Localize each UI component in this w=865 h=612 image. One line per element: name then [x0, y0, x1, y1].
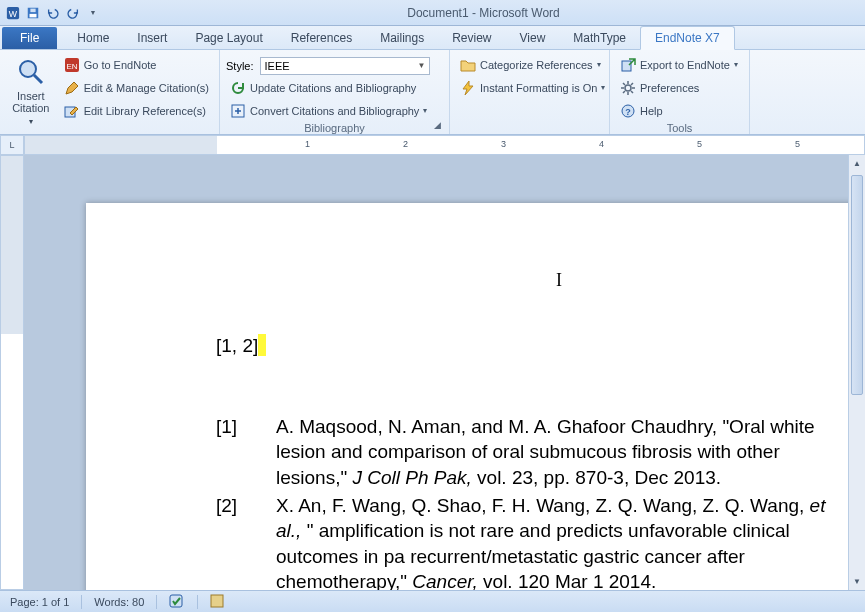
- reference-text: X. An, F. Wang, Q. Shao, F. H. Wang, Z. …: [276, 493, 856, 590]
- refresh-icon: [230, 80, 246, 96]
- tab-review[interactable]: Review: [438, 27, 505, 49]
- qat-dropdown-icon[interactable]: ▼: [84, 4, 102, 22]
- bibliography-launcher-icon[interactable]: ◢: [434, 120, 446, 132]
- status-bar: Page: 1 of 1 Words: 80: [0, 590, 865, 612]
- svg-text:EN: EN: [66, 62, 77, 71]
- tab-mailings[interactable]: Mailings: [366, 27, 438, 49]
- export-to-endnote-button[interactable]: Export to EndNote▾: [616, 54, 743, 75]
- tab-endnote-x7[interactable]: EndNote X7: [640, 26, 735, 50]
- instant-formatting-button[interactable]: Instant Formatting is On▾: [456, 77, 603, 98]
- title-bar: W ▼ Document1 - Microsoft Word: [0, 0, 865, 26]
- svg-rect-16: [211, 595, 223, 607]
- svg-line-6: [34, 75, 42, 83]
- reference-number: [2]: [216, 493, 276, 590]
- reference-number: [1]: [216, 414, 276, 491]
- style-value: IEEE: [265, 60, 290, 72]
- reference-item: [2] X. An, F. Wang, Q. Shao, F. H. Wang,…: [216, 493, 856, 590]
- tab-mathtype[interactable]: MathType: [559, 27, 640, 49]
- preferences-button[interactable]: Preferences: [616, 77, 743, 98]
- svg-point-12: [625, 85, 631, 91]
- insert-citation-label: Insert Citation ▾: [12, 90, 50, 128]
- text-cursor-icon: I: [556, 268, 562, 292]
- dropdown-arrow-icon: ▼: [418, 61, 429, 70]
- endnote-icon: EN: [64, 57, 80, 73]
- svg-rect-11: [622, 61, 631, 71]
- edit-manage-citations-button[interactable]: Edit & Manage Citation(s): [60, 77, 213, 98]
- group-instant: Categorize References▾ Instant Formattin…: [450, 50, 610, 134]
- convert-icon: [230, 103, 246, 119]
- go-to-endnote-button[interactable]: ENGo to EndNote: [60, 54, 213, 75]
- reference-text: A. Maqsood, N. Aman, and M. A. Ghafoor C…: [276, 414, 856, 491]
- vertical-ruler[interactable]: [0, 155, 24, 590]
- document-area[interactable]: [1, 2] [1] A. Maqsood, N. Aman, and M. A…: [24, 155, 865, 590]
- svg-rect-3: [30, 13, 37, 17]
- group-citations: Insert Citation ▾ ENGo to EndNote Edit &…: [0, 50, 220, 134]
- save-icon[interactable]: [24, 4, 42, 22]
- svg-text:?: ?: [625, 107, 631, 117]
- tab-view[interactable]: View: [506, 27, 560, 49]
- categorize-references-button[interactable]: Categorize References▾: [456, 54, 603, 75]
- svg-point-5: [20, 61, 36, 77]
- status-divider: [156, 595, 157, 609]
- insert-citation-button[interactable]: Insert Citation ▾: [6, 52, 56, 132]
- status-divider: [81, 595, 82, 609]
- help-button[interactable]: ?Help: [616, 100, 743, 121]
- style-label: Style:: [226, 60, 254, 72]
- horizontal-ruler[interactable]: 1 2 3 4 5 5: [24, 135, 865, 155]
- inline-citation-line: [1, 2]: [216, 333, 856, 359]
- status-divider: [197, 595, 198, 609]
- tab-page-layout[interactable]: Page Layout: [181, 27, 276, 49]
- insertion-highlight: [258, 334, 266, 356]
- svg-rect-15: [170, 595, 182, 607]
- pencil-icon: [64, 80, 80, 96]
- tab-references[interactable]: References: [277, 27, 366, 49]
- update-citations-button[interactable]: Update Citations and Bibliography: [226, 77, 443, 98]
- export-icon: [620, 57, 636, 73]
- status-proofing-icon[interactable]: [165, 594, 189, 610]
- undo-icon[interactable]: [44, 4, 62, 22]
- status-macro-icon[interactable]: [206, 594, 228, 610]
- status-words[interactable]: Words: 80: [90, 596, 148, 608]
- magnifier-icon: [15, 56, 47, 88]
- help-icon: ?: [620, 103, 636, 119]
- group-tools: Export to EndNote▾ Preferences ?Help Too…: [610, 50, 750, 134]
- tab-file[interactable]: File: [2, 27, 57, 49]
- lightning-icon: [460, 80, 476, 96]
- ribbon: Insert Citation ▾ ENGo to EndNote Edit &…: [0, 50, 865, 135]
- svg-rect-4: [30, 8, 35, 12]
- pencil-book-icon: [64, 103, 80, 119]
- convert-citations-button[interactable]: Convert Citations and Bibliography▾: [226, 100, 443, 121]
- page: [1, 2] [1] A. Maqsood, N. Aman, and M. A…: [86, 203, 865, 590]
- inline-citation: [1, 2]: [216, 333, 258, 359]
- bibliography-list: [1] A. Maqsood, N. Aman, and M. A. Ghafo…: [216, 414, 856, 590]
- edit-library-references-button[interactable]: Edit Library Reference(s): [60, 100, 213, 121]
- svg-text:W: W: [9, 8, 18, 18]
- scroll-down-icon[interactable]: ▼: [849, 573, 865, 590]
- gear-icon: [620, 80, 636, 96]
- workspace: [1, 2] [1] A. Maqsood, N. Aman, and M. A…: [0, 155, 865, 590]
- vertical-scrollbar[interactable]: ▲ ▼: [848, 155, 865, 590]
- folder-icon: [460, 57, 476, 73]
- window-title: Document1 - Microsoft Word: [102, 6, 865, 20]
- group-label-empty: [456, 118, 603, 134]
- tab-insert[interactable]: Insert: [123, 27, 181, 49]
- tab-home[interactable]: Home: [63, 27, 123, 49]
- ruler-row: L 1 2 3 4 5 5: [0, 135, 865, 155]
- ribbon-tabs: File Home Insert Page Layout References …: [0, 26, 865, 50]
- status-page[interactable]: Page: 1 of 1: [6, 596, 73, 608]
- scroll-up-icon[interactable]: ▲: [849, 155, 865, 172]
- redo-icon[interactable]: [64, 4, 82, 22]
- scrollbar-thumb[interactable]: [851, 175, 863, 395]
- group-bibliography: Style: IEEE ▼ Update Citations and Bibli…: [220, 50, 450, 134]
- style-dropdown[interactable]: IEEE ▼: [260, 57, 430, 75]
- word-app-icon[interactable]: W: [4, 4, 22, 22]
- reference-item: [1] A. Maqsood, N. Aman, and M. A. Ghafo…: [216, 414, 856, 491]
- quick-access-toolbar: W ▼: [0, 4, 102, 22]
